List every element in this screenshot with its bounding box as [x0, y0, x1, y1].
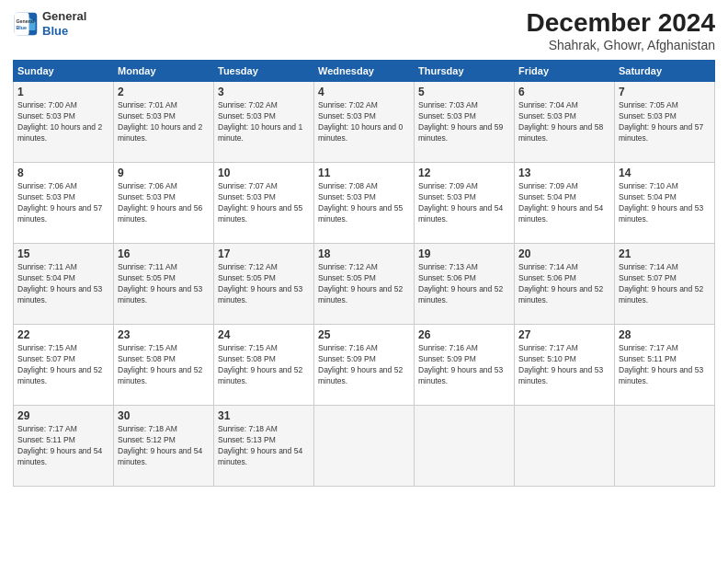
- logo-text: General Blue: [42, 9, 86, 38]
- day-number: 10: [218, 166, 310, 180]
- day-number: 11: [318, 166, 410, 180]
- col-saturday: Saturday: [615, 60, 715, 81]
- calendar-week-2: 8 Sunrise: 7:06 AM Sunset: 5:03 PM Dayli…: [14, 162, 715, 243]
- day-info: Sunrise: 7:09 AM Sunset: 5:04 PM Dayligh…: [518, 181, 610, 225]
- day-info: Sunrise: 7:14 AM Sunset: 5:07 PM Dayligh…: [619, 262, 711, 306]
- table-row: 9 Sunrise: 7:06 AM Sunset: 5:03 PM Dayli…: [114, 162, 214, 243]
- logo-icon: General Blue: [13, 11, 39, 37]
- table-row: 18 Sunrise: 7:12 AM Sunset: 5:05 PM Dayl…: [314, 243, 415, 324]
- day-number: 19: [418, 247, 510, 261]
- day-number: 9: [118, 166, 210, 180]
- table-row: 26 Sunrise: 7:16 AM Sunset: 5:09 PM Dayl…: [415, 324, 515, 405]
- calendar-table: Sunday Monday Tuesday Wednesday Thursday…: [13, 60, 715, 487]
- table-row: 29 Sunrise: 7:17 AM Sunset: 5:11 PM Dayl…: [14, 405, 114, 486]
- day-info: Sunrise: 7:12 AM Sunset: 5:05 PM Dayligh…: [218, 262, 310, 306]
- table-row: 15 Sunrise: 7:11 AM Sunset: 5:04 PM Dayl…: [14, 243, 114, 324]
- day-info: Sunrise: 7:11 AM Sunset: 5:04 PM Dayligh…: [17, 262, 109, 306]
- table-row: 8 Sunrise: 7:06 AM Sunset: 5:03 PM Dayli…: [14, 162, 114, 243]
- svg-text:Blue: Blue: [17, 25, 27, 30]
- table-row: 10 Sunrise: 7:07 AM Sunset: 5:03 PM Dayl…: [214, 162, 314, 243]
- day-number: 6: [518, 85, 610, 99]
- table-row: 2 Sunrise: 7:01 AM Sunset: 5:03 PM Dayli…: [114, 81, 214, 162]
- col-monday: Monday: [114, 60, 214, 81]
- table-row: 7 Sunrise: 7:05 AM Sunset: 5:03 PM Dayli…: [615, 81, 715, 162]
- day-info: Sunrise: 7:15 AM Sunset: 5:08 PM Dayligh…: [118, 343, 210, 387]
- day-number: 31: [218, 408, 310, 423]
- day-info: Sunrise: 7:06 AM Sunset: 5:03 PM Dayligh…: [118, 181, 210, 225]
- day-info: Sunrise: 7:02 AM Sunset: 5:03 PM Dayligh…: [218, 100, 310, 144]
- table-row: 20 Sunrise: 7:14 AM Sunset: 5:06 PM Dayl…: [515, 243, 615, 324]
- day-number: 26: [418, 327, 510, 342]
- table-row: 11 Sunrise: 7:08 AM Sunset: 5:03 PM Dayl…: [314, 162, 415, 243]
- day-info: Sunrise: 7:04 AM Sunset: 5:03 PM Dayligh…: [518, 100, 610, 144]
- table-row: 5 Sunrise: 7:03 AM Sunset: 5:03 PM Dayli…: [415, 81, 515, 162]
- table-row: 31 Sunrise: 7:18 AM Sunset: 5:13 PM Dayl…: [214, 405, 314, 486]
- day-number: 18: [318, 247, 410, 261]
- day-number: 2: [118, 85, 210, 99]
- table-row: 4 Sunrise: 7:02 AM Sunset: 5:03 PM Dayli…: [314, 81, 415, 162]
- day-info: Sunrise: 7:07 AM Sunset: 5:03 PM Dayligh…: [218, 181, 310, 225]
- page-title: December 2024: [527, 9, 715, 38]
- day-number: 22: [17, 327, 109, 342]
- table-row: 3 Sunrise: 7:02 AM Sunset: 5:03 PM Dayli…: [214, 81, 314, 162]
- day-info: Sunrise: 7:10 AM Sunset: 5:04 PM Dayligh…: [619, 181, 711, 225]
- calendar-week-5: 29 Sunrise: 7:17 AM Sunset: 5:11 PM Dayl…: [14, 405, 715, 486]
- day-number: 21: [619, 247, 711, 261]
- day-number: 3: [218, 85, 310, 99]
- header-row: Sunday Monday Tuesday Wednesday Thursday…: [14, 60, 715, 81]
- header: General Blue General Blue December 2024 …: [13, 9, 715, 52]
- day-info: Sunrise: 7:11 AM Sunset: 5:05 PM Dayligh…: [118, 262, 210, 306]
- table-row: 6 Sunrise: 7:04 AM Sunset: 5:03 PM Dayli…: [515, 81, 615, 162]
- day-number: 13: [518, 166, 610, 180]
- calendar-week-1: 1 Sunrise: 7:00 AM Sunset: 5:03 PM Dayli…: [14, 81, 715, 162]
- day-number: 14: [619, 166, 711, 180]
- day-number: 27: [518, 327, 610, 342]
- day-number: 16: [118, 247, 210, 261]
- col-friday: Friday: [515, 60, 615, 81]
- day-info: Sunrise: 7:18 AM Sunset: 5:13 PM Dayligh…: [218, 424, 310, 468]
- day-info: Sunrise: 7:16 AM Sunset: 5:09 PM Dayligh…: [318, 343, 410, 387]
- day-number: 15: [17, 247, 109, 261]
- table-row: 22 Sunrise: 7:15 AM Sunset: 5:07 PM Dayl…: [14, 324, 114, 405]
- table-row: [314, 405, 415, 486]
- col-tuesday: Tuesday: [214, 60, 314, 81]
- day-number: 24: [218, 327, 310, 342]
- table-row: 27 Sunrise: 7:17 AM Sunset: 5:10 PM Dayl…: [515, 324, 615, 405]
- day-info: Sunrise: 7:09 AM Sunset: 5:03 PM Dayligh…: [418, 181, 510, 225]
- calendar-week-4: 22 Sunrise: 7:15 AM Sunset: 5:07 PM Dayl…: [14, 324, 715, 405]
- table-row: [515, 405, 615, 486]
- day-number: 12: [418, 166, 510, 180]
- day-number: 25: [318, 327, 410, 342]
- table-row: 30 Sunrise: 7:18 AM Sunset: 5:12 PM Dayl…: [114, 405, 214, 486]
- table-row: 24 Sunrise: 7:15 AM Sunset: 5:08 PM Dayl…: [214, 324, 314, 405]
- table-row: 19 Sunrise: 7:13 AM Sunset: 5:06 PM Dayl…: [415, 243, 515, 324]
- col-thursday: Thursday: [415, 60, 515, 81]
- page-subtitle: Shahrak, Ghowr, Afghanistan: [527, 38, 715, 52]
- table-row: 13 Sunrise: 7:09 AM Sunset: 5:04 PM Dayl…: [515, 162, 615, 243]
- day-info: Sunrise: 7:18 AM Sunset: 5:12 PM Dayligh…: [118, 424, 210, 468]
- col-wednesday: Wednesday: [314, 60, 415, 81]
- table-row: [615, 405, 715, 486]
- day-info: Sunrise: 7:17 AM Sunset: 5:11 PM Dayligh…: [17, 424, 109, 468]
- table-row: 21 Sunrise: 7:14 AM Sunset: 5:07 PM Dayl…: [615, 243, 715, 324]
- table-row: 16 Sunrise: 7:11 AM Sunset: 5:05 PM Dayl…: [114, 243, 214, 324]
- day-number: 28: [619, 327, 711, 342]
- table-row: 17 Sunrise: 7:12 AM Sunset: 5:05 PM Dayl…: [214, 243, 314, 324]
- day-info: Sunrise: 7:05 AM Sunset: 5:03 PM Dayligh…: [619, 100, 711, 144]
- day-number: 7: [619, 85, 711, 99]
- day-number: 4: [318, 85, 410, 99]
- table-row: 1 Sunrise: 7:00 AM Sunset: 5:03 PM Dayli…: [14, 81, 114, 162]
- svg-text:General: General: [17, 18, 35, 24]
- col-sunday: Sunday: [14, 60, 114, 81]
- day-number: 23: [118, 327, 210, 342]
- day-info: Sunrise: 7:15 AM Sunset: 5:07 PM Dayligh…: [17, 343, 109, 387]
- day-number: 1: [17, 85, 109, 99]
- day-info: Sunrise: 7:14 AM Sunset: 5:06 PM Dayligh…: [518, 262, 610, 306]
- day-info: Sunrise: 7:16 AM Sunset: 5:09 PM Dayligh…: [418, 343, 510, 387]
- day-number: 8: [17, 166, 109, 180]
- day-info: Sunrise: 7:12 AM Sunset: 5:05 PM Dayligh…: [318, 262, 410, 306]
- day-info: Sunrise: 7:17 AM Sunset: 5:11 PM Dayligh…: [619, 343, 711, 387]
- day-info: Sunrise: 7:08 AM Sunset: 5:03 PM Dayligh…: [318, 181, 410, 225]
- table-row: 23 Sunrise: 7:15 AM Sunset: 5:08 PM Dayl…: [114, 324, 214, 405]
- day-number: 30: [118, 408, 210, 423]
